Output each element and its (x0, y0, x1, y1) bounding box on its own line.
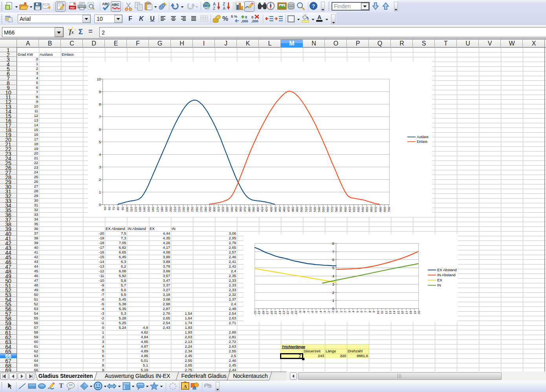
svg-text:A: A (183, 384, 187, 389)
